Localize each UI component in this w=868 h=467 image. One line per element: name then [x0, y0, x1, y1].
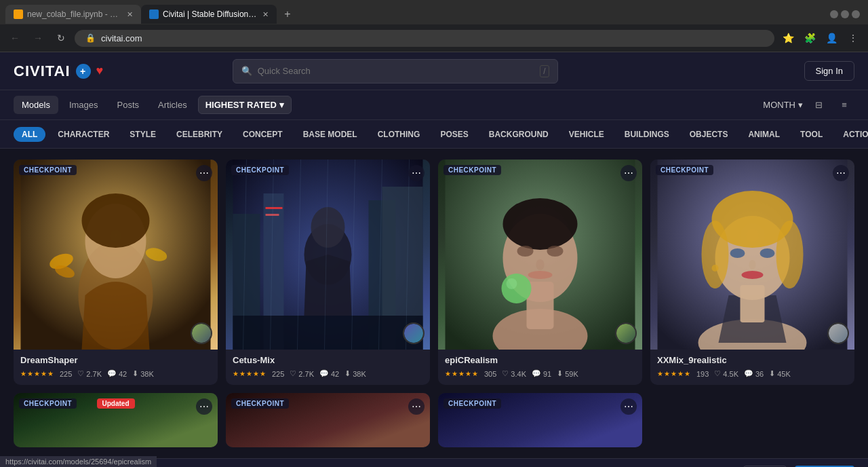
- avatar-image-epic: [616, 324, 635, 343]
- svg-rect-14: [233, 316, 423, 350]
- reload-button[interactable]: ↻: [52, 29, 71, 48]
- sign-in-button[interactable]: Sign In: [804, 61, 854, 81]
- avatar-image-xxmix: [829, 324, 848, 343]
- heart-icon-cetus: ♡: [290, 369, 296, 378]
- rating-count-dreamshaper: 225: [60, 370, 72, 378]
- card-menu-button-cetus[interactable]: ⋯: [408, 165, 425, 181]
- period-chevron-icon: ▾: [798, 100, 803, 110]
- category-objects[interactable]: OBJECTS: [682, 127, 736, 142]
- logo[interactable]: CIVITAI + ♥: [14, 62, 104, 80]
- category-character[interactable]: CHARACTER: [50, 127, 117, 142]
- tab-close-colab[interactable]: ✕: [127, 10, 133, 19]
- close-button[interactable]: [852, 10, 860, 18]
- category-buildings[interactable]: BUILDINGS: [616, 127, 677, 142]
- tab-close-civitai[interactable]: ✕: [262, 10, 269, 19]
- search-input[interactable]: [258, 66, 535, 76]
- card-thumbnail-epic: [438, 160, 642, 350]
- forward-button[interactable]: →: [28, 29, 47, 48]
- model-card-epic[interactable]: CHECKPOINT ⋯ epiCRealism ★★★★★ 305 ♡ 3.4…: [438, 160, 642, 385]
- svg-point-42: [730, 248, 745, 258]
- status-url-bar: https://civitai.com/models/25694/epicrea…: [0, 456, 157, 467]
- card-menu-button-bottom3[interactable]: ⋯: [620, 398, 637, 415]
- maximize-button[interactable]: [841, 10, 849, 18]
- layout-toggle-button[interactable]: ≡: [834, 95, 854, 115]
- sort-label: HIGHEST RATED: [205, 100, 277, 110]
- card-menu-button-bottom1[interactable]: ⋯: [196, 398, 212, 415]
- logo-plus-button[interactable]: +: [76, 64, 91, 79]
- minimize-button[interactable]: [830, 10, 838, 18]
- browser-actions: ⭐ 🧩 👤 ⋮: [778, 29, 863, 48]
- url-text: civitai.com: [101, 33, 142, 43]
- card-thumbnail-xxmix: [650, 160, 854, 350]
- category-poses[interactable]: POSES: [432, 127, 476, 142]
- svg-rect-12: [266, 207, 283, 209]
- download-icon: ⬇: [132, 369, 138, 378]
- card-image-xxmix: CHECKPOINT ⋯: [650, 160, 854, 350]
- nav-tab-articles[interactable]: Articles: [150, 96, 195, 114]
- download-icon-cetus: ⬇: [344, 369, 351, 378]
- card-menu-button-bottom2[interactable]: ⋯: [408, 398, 425, 415]
- category-celebrity[interactable]: CELEBRITY: [168, 127, 231, 142]
- card-illustration-epic: [438, 160, 642, 350]
- period-button[interactable]: MONTH ▾: [763, 100, 803, 110]
- updated-badge-bottom1: Updated: [97, 398, 135, 409]
- card-menu-button-xxmix[interactable]: ⋯: [833, 165, 849, 181]
- bookmark-icon[interactable]: ⭐: [778, 29, 797, 48]
- category-concept[interactable]: CONCEPT: [235, 127, 291, 142]
- model-card-xxmix[interactable]: CHECKPOINT ⋯ XXMix_9realistic ★★★★★ 193 …: [650, 160, 854, 385]
- logo-heart-icon[interactable]: ♥: [96, 64, 104, 78]
- card-info-dreamshaper: DreamShaper ★★★★★ 225 ♡ 2.7K 💬 42 ⬇ 38K: [14, 350, 218, 385]
- back-button[interactable]: ←: [5, 29, 24, 48]
- menu-icon[interactable]: ⋮: [844, 29, 863, 48]
- category-tool[interactable]: TOOL: [792, 127, 831, 142]
- filter-options-button[interactable]: ⊟: [808, 95, 829, 115]
- model-card-bottom1[interactable]: CHECKPOINT Updated ⋯: [14, 393, 218, 447]
- category-action[interactable]: ACTION: [835, 127, 868, 142]
- filter-bar: Models Images Posts Articles HIGHEST RAT…: [0, 90, 868, 120]
- card-avatar-dreamshaper: [191, 322, 212, 344]
- heart-icon-epic: ♡: [502, 369, 509, 378]
- extensions-icon[interactable]: 🧩: [800, 29, 819, 48]
- model-name-dreamshaper: DreamShaper: [20, 355, 211, 365]
- sort-button[interactable]: HIGHEST RATED ▾: [198, 96, 292, 114]
- model-card-dreamshaper[interactable]: CHECKPOINT ⋯ DreamShaper ★★★★★ 225 ♡ 2.7…: [14, 160, 218, 385]
- category-vehicle[interactable]: VEHICLE: [561, 127, 612, 142]
- new-tab-button[interactable]: +: [279, 6, 296, 22]
- address-bar[interactable]: 🔒 civitai.com: [75, 30, 774, 47]
- card-menu-button-dreamshaper[interactable]: ⋯: [196, 165, 212, 181]
- tab-civitai[interactable]: Civitai | Stable Diffusion models... ✕: [141, 5, 277, 24]
- card-illustration-cetus: [226, 160, 430, 350]
- model-card-cetus[interactable]: CHECKPOINT ⋯ Cetus-Mix ★★★★★ 225 ♡ 2.7K …: [226, 160, 430, 385]
- svg-point-34: [507, 278, 517, 289]
- avatar-image-dreamshaper: [192, 324, 211, 343]
- card-badge-dreamshaper: CHECKPOINT: [19, 165, 77, 175]
- tab-title-civitai: Civitai | Stable Diffusion models...: [163, 10, 258, 19]
- status-url-text: https://civitai.com/models/25694/epicrea…: [5, 457, 151, 466]
- model-card-bottom3[interactable]: CHECKPOINT ⋯: [438, 393, 642, 447]
- rating-count-epic: 305: [484, 370, 496, 378]
- category-animal[interactable]: ANIMAL: [740, 127, 788, 142]
- nav-tab-posts[interactable]: Posts: [109, 96, 148, 114]
- category-style[interactable]: STYLE: [121, 127, 164, 142]
- address-bar-row: ← → ↻ 🔒 civitai.com ⭐ 🧩 👤 ⋮: [0, 24, 868, 52]
- model-card-bottom2[interactable]: CHECKPOINT ⋯: [226, 393, 430, 447]
- nav-tab-images[interactable]: Images: [61, 96, 106, 114]
- profile-icon[interactable]: 👤: [822, 29, 841, 48]
- nav-tab-models[interactable]: Models: [14, 96, 58, 114]
- card-badge-bottom1: CHECKPOINT: [19, 398, 77, 409]
- search-icon: 🔍: [241, 66, 252, 76]
- category-base-model[interactable]: BASE MODEL: [295, 127, 366, 142]
- model-name-xxmix: XXMix_9realistic: [657, 355, 848, 365]
- category-clothing[interactable]: CLOTHING: [370, 127, 429, 142]
- category-all[interactable]: ALL: [14, 127, 45, 142]
- category-background[interactable]: BACKGROUND: [481, 127, 557, 142]
- tab-colab[interactable]: new_colab_file.ipynb - Collabora... ✕: [5, 5, 141, 24]
- heart-icon: ♡: [77, 369, 84, 378]
- model-card-grid: CHECKPOINT ⋯ DreamShaper ★★★★★ 225 ♡ 2.7…: [14, 160, 854, 385]
- browser-chrome: new_colab_file.ipynb - Collabora... ✕ Ci…: [0, 0, 868, 52]
- tab-favicon-civitai: [149, 10, 159, 19]
- download-icon-epic: ⬇: [557, 369, 563, 378]
- card-menu-button-epic[interactable]: ⋯: [620, 165, 637, 181]
- search-bar[interactable]: 🔍 /: [233, 59, 558, 83]
- svg-point-32: [528, 271, 553, 279]
